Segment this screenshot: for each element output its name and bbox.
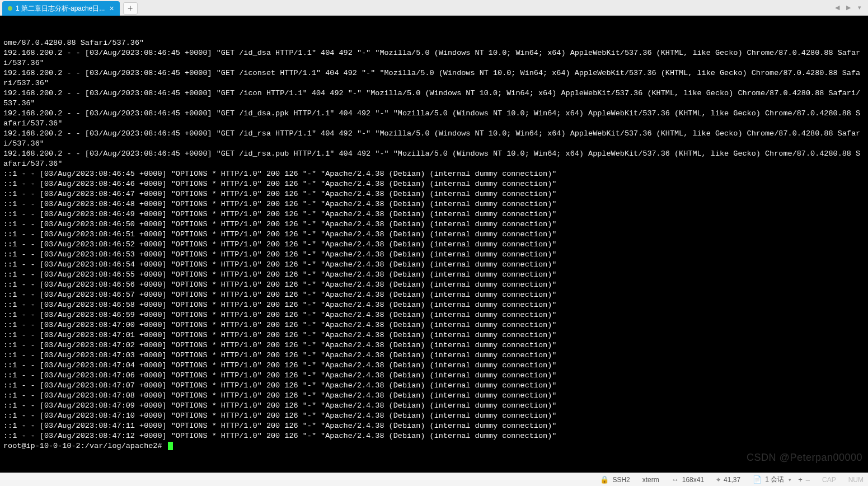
tab-next-icon[interactable]: ▶ — [843, 3, 853, 13]
log-line: ::1 - - [03/Aug/2023:08:46:54 +0000] "OP… — [3, 260, 865, 270]
log-line: ::1 - - [03/Aug/2023:08:46:58 +0000] "OP… — [3, 300, 865, 310]
prompt-text: root@ip-10-0-10-2:/var/log/apache2# — [3, 442, 167, 450]
log-line: 192.168.200.2 - - [03/Aug/2023:08:46:45 … — [3, 88, 865, 109]
new-tab-button[interactable]: + — [123, 2, 138, 15]
size-icon: ↔ — [672, 475, 679, 484]
status-cursor-label: 41,37 — [724, 476, 740, 484]
log-line: ::1 - - [03/Aug/2023:08:46:48 +0000] "OP… — [3, 199, 865, 209]
log-line: ::1 - - [03/Aug/2023:08:46:56 +0000] "OP… — [3, 280, 865, 290]
log-line: 192.168.200.2 - - [03/Aug/2023:08:46:45 … — [3, 149, 865, 169]
close-icon[interactable]: × — [108, 4, 115, 12]
log-line: ::1 - - [03/Aug/2023:08:47:07 +0000] "OP… — [3, 381, 865, 391]
log-line: ::1 - - [03/Aug/2023:08:46:52 +0000] "OP… — [3, 240, 865, 250]
log-line: 192.168.200.2 - - [03/Aug/2023:08:46:45 … — [3, 68, 865, 88]
remove-session-icon[interactable]: – — [806, 475, 810, 484]
status-termtype-label: xterm — [642, 476, 659, 484]
log-line: ::1 - - [03/Aug/2023:08:46:57 +0000] "OP… — [3, 290, 865, 300]
log-line: ::1 - - [03/Aug/2023:08:46:46 +0000] "OP… — [3, 179, 865, 189]
log-line: ::1 - - [03/Aug/2023:08:46:47 +0000] "OP… — [3, 189, 865, 199]
log-line: ::1 - - [03/Aug/2023:08:47:04 +0000] "OP… — [3, 361, 865, 371]
log-line: ::1 - - [03/Aug/2023:08:46:51 +0000] "OP… — [3, 230, 865, 240]
tab-active[interactable]: 1 第二章日志分析-apache日... × — [2, 1, 120, 16]
watermark: CSDN @Peterpan00000 — [747, 452, 862, 462]
status-num-label: NUM — [848, 476, 864, 484]
log-line: ::1 - - [03/Aug/2023:08:47:03 +0000] "OP… — [3, 351, 865, 361]
tab-list-icon[interactable]: ▾ — [855, 3, 865, 13]
tab-bar: 1 第二章日志分析-apache日... × + ◀ ▶ ▾ — [0, 0, 868, 16]
log-line: ::1 - - [03/Aug/2023:08:47:10 +0000] "OP… — [3, 411, 865, 421]
log-line: ::1 - - [03/Aug/2023:08:46:49 +0000] "OP… — [3, 209, 865, 219]
status-termtype[interactable]: xterm — [642, 476, 659, 484]
status-bar: 🔒 SSH2 xterm ↔ 168x41 ⌖ 41,37 📄 1 会话 ▾ +… — [0, 473, 868, 486]
log-line: 192.168.200.2 - - [03/Aug/2023:08:46:45 … — [3, 129, 865, 149]
status-protocol-label: SSH2 — [612, 476, 630, 484]
status-sessions[interactable]: 📄 1 会话 ▾ + – — [753, 475, 810, 484]
log-line: ::1 - - [03/Aug/2023:08:46:59 +0000] "OP… — [3, 310, 865, 320]
tab-status-icon — [8, 6, 12, 11]
log-line: ::1 - - [03/Aug/2023:08:47:01 +0000] "OP… — [3, 330, 865, 340]
status-cursor: ⌖ 41,37 — [716, 475, 740, 484]
status-size: ↔ 168x41 — [672, 475, 704, 484]
status-size-label: 168x41 — [682, 476, 704, 484]
log-line: ::1 - - [03/Aug/2023:08:46:55 +0000] "OP… — [3, 270, 865, 280]
session-icon: 📄 — [753, 475, 762, 484]
status-sessions-label: 1 会话 — [765, 475, 784, 484]
log-line: ::1 - - [03/Aug/2023:08:47:06 +0000] "OP… — [3, 371, 865, 381]
prompt-line[interactable]: root@ip-10-0-10-2:/var/log/apache2# — [3, 441, 865, 451]
log-line: ::1 - - [03/Aug/2023:08:46:53 +0000] "OP… — [3, 250, 865, 260]
log-line: ::1 - - [03/Aug/2023:08:47:12 +0000] "OP… — [3, 431, 865, 441]
log-line: 192.168.200.2 - - [03/Aug/2023:08:46:45 … — [3, 48, 865, 68]
log-line: ::1 - - [03/Aug/2023:08:46:50 +0000] "OP… — [3, 219, 865, 230]
log-line: ::1 - - [03/Aug/2023:08:47:00 +0000] "OP… — [3, 320, 865, 330]
log-line: ::1 - - [03/Aug/2023:08:47:08 +0000] "OP… — [3, 391, 865, 401]
tab-prev-icon[interactable]: ◀ — [832, 3, 842, 13]
lock-icon: 🔒 — [600, 475, 609, 484]
status-num: NUM — [848, 476, 864, 484]
cursor-icon: ⌖ — [716, 475, 720, 484]
log-line: ::1 - - [03/Aug/2023:08:47:11 +0000] "OP… — [3, 421, 865, 431]
status-protocol[interactable]: 🔒 SSH2 — [600, 475, 630, 484]
add-session-icon[interactable]: + — [798, 475, 803, 484]
cursor-block — [168, 442, 173, 450]
log-line: ::1 - - [03/Aug/2023:08:47:02 +0000] "OP… — [3, 340, 865, 351]
status-caps: CAP — [822, 476, 836, 484]
status-caps-label: CAP — [822, 476, 836, 484]
log-line: ::1 - - [03/Aug/2023:08:46:45 +0000] "OP… — [3, 169, 865, 179]
log-line: ::1 - - [03/Aug/2023:08:47:09 +0000] "OP… — [3, 401, 865, 411]
tab-title: 1 第二章日志分析-apache日... — [16, 4, 105, 13]
tab-nav-controls: ◀ ▶ ▾ — [832, 0, 868, 15]
chevron-down-icon: ▾ — [789, 477, 791, 483]
terminal[interactable]: ome/87.0.4280.88 Safari/537.36"192.168.2… — [0, 16, 868, 473]
log-line: 192.168.200.2 - - [03/Aug/2023:08:46:45 … — [3, 109, 865, 129]
log-line: ome/87.0.4280.88 Safari/537.36" — [3, 38, 865, 48]
